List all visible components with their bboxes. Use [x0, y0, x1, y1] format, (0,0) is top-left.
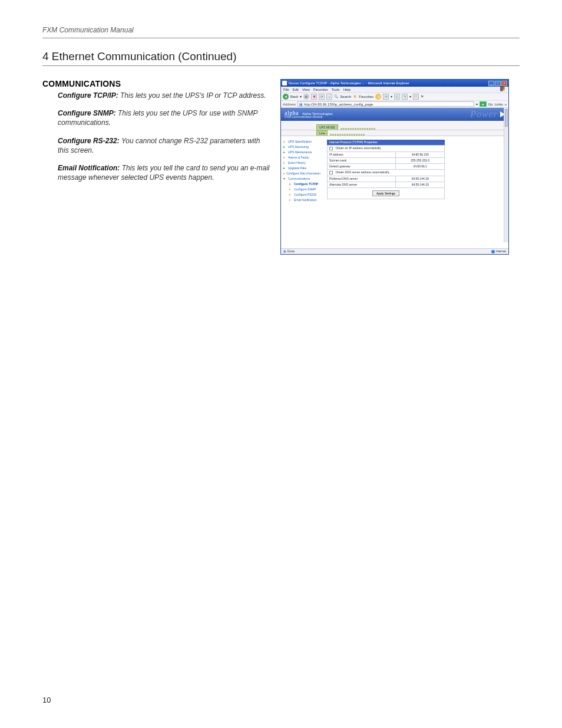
edit-icon[interactable]: ✎ — [402, 94, 408, 100]
auto-dns-checkbox[interactable] — [329, 171, 333, 174]
address-dropdown-icon[interactable]: ▾ — [476, 103, 478, 106]
comm-item-rs232: Configure RS-232: You cannot change RS-2… — [58, 136, 272, 155]
sidebar-sub-configure-tcpip[interactable]: ▸Configure TCP/IP — [289, 182, 320, 186]
tcpip-table: Obtain an IP address automatically IP ad… — [327, 145, 445, 188]
favorites-label: Favorites — [359, 95, 373, 98]
mail-dropdown-icon[interactable]: ▾ — [391, 95, 392, 98]
sidebar-item-label: Configure RS232 — [294, 193, 316, 196]
sidebar-sub-email-notification[interactable]: ▸Email Notification — [289, 198, 320, 202]
go-label: Go — [488, 103, 493, 106]
menu-view[interactable]: View — [302, 88, 310, 91]
vertical-scrollbar[interactable] — [504, 108, 508, 242]
status-bar: ▦ Done Internet — [281, 248, 508, 254]
status-dots — [340, 128, 375, 130]
sidebar-sub-configure-snmp[interactable]: ▸Configure SNMP — [289, 187, 320, 191]
comm-label: Configure RS-232: — [58, 137, 120, 145]
done-icon: ▦ — [283, 250, 286, 253]
mail-icon[interactable]: ✉ — [383, 94, 389, 100]
sidebar-item-label: Event History — [288, 162, 306, 164]
row-value[interactable]: 24.80.96.1 — [396, 164, 445, 170]
comm-label: Configure TCP/IP: — [58, 91, 118, 100]
sidebar-item-label: Configure SNMP — [294, 188, 316, 191]
ie-window: Novus Configure TCP/IP - Alpha Technolog… — [280, 79, 509, 255]
address-url: http://24.80.96.150/ip_address_config_pa… — [304, 103, 373, 106]
brand-subtitle: FXM Communication Module — [285, 116, 333, 118]
sidebar-sub-configure-rs232[interactable]: ▸Configure RS232 — [289, 193, 320, 196]
sidebar-item-label: Email Notification — [294, 199, 317, 202]
edit-dropdown-icon[interactable]: ▾ — [409, 95, 411, 98]
status-dots-2 — [330, 134, 365, 136]
go-button[interactable]: ➜ — [480, 101, 487, 107]
address-input[interactable]: ▦ http://24.80.96.150/ip_address_config_… — [297, 101, 474, 107]
print-icon[interactable]: ⎙ — [394, 94, 400, 100]
sidebar-item-ups-specification[interactable]: ▸UPS Specification — [283, 140, 320, 143]
sidebar-item-alarms-faults[interactable]: ▸Alarms & Faults — [283, 156, 320, 159]
auto-dns-label: Obtain DNS server address automatically — [335, 170, 389, 174]
ie-logo-icon — [282, 81, 287, 85]
tab-ups-mode[interactable]: UPS MODE — [316, 124, 338, 130]
menu-favorites[interactable]: Favorites — [313, 88, 328, 91]
windows-logo-icon — [500, 87, 506, 93]
sidebar-item-label: UPS Specification — [288, 140, 312, 143]
search-label: Search — [340, 95, 351, 98]
menu-file[interactable]: File — [283, 88, 289, 91]
scrollbar-thumb[interactable] — [505, 109, 508, 127]
links-label[interactable]: Links — [495, 103, 503, 106]
communications-heading: COMMUNICATIONS — [42, 79, 272, 88]
auto-ip-row[interactable]: Obtain an IP address automatically — [328, 146, 445, 152]
close-button[interactable]: × — [501, 81, 507, 86]
links-chevron-icon[interactable]: » — [505, 103, 507, 106]
sidebar-item-label: UPS Monitoring — [288, 146, 309, 149]
favorites-icon[interactable]: ★ — [353, 94, 357, 99]
sidebar-item-ups-maintenance[interactable]: ▸UPS Maintenance — [283, 150, 320, 154]
row-key: Default gateway — [328, 164, 396, 170]
back-button[interactable]: ◄ — [283, 94, 289, 100]
comm-item-tcpip: Configure TCP/IP: This lets you set the … — [58, 91, 272, 100]
sidebar-item-configure-site[interactable]: ▸Configure Site Information — [283, 172, 320, 175]
table-row: Subnet mask255.255.252.0 — [328, 158, 445, 164]
sidebar-item-label: Configure Site Information — [286, 172, 320, 175]
refresh-button[interactable]: ⟳ — [319, 94, 325, 100]
minimize-button[interactable]: _ — [488, 81, 494, 86]
search-icon[interactable]: 🔍 — [334, 95, 338, 98]
tab-line[interactable]: Line — [316, 130, 328, 136]
sidebar-item-label: Upgrade Files — [288, 167, 306, 170]
maximize-button[interactable]: □ — [495, 81, 501, 86]
address-bar: Address ▦ http://24.80.96.150/ip_address… — [281, 101, 508, 108]
internet-zone-icon — [491, 250, 495, 253]
home-button[interactable]: ⌂ — [326, 94, 332, 100]
menubar: File Edit View Favorites Tools Help — [281, 87, 508, 93]
sidebar-item-label: Alarms & Faults — [288, 156, 309, 159]
window-title: Novus Configure TCP/IP - Alpha Technolog… — [289, 81, 409, 85]
sidebar-item-ups-monitoring[interactable]: ▸UPS Monitoring — [283, 145, 320, 149]
discuss-icon[interactable]: 🗨 — [413, 94, 419, 100]
row-value[interactable]: 64.59.144.19 — [396, 182, 445, 188]
table-row: Preferred DNS server64.59.144.18 — [328, 176, 445, 182]
row-value[interactable]: 24.80.96.150 — [396, 152, 445, 158]
tab-strip-2: Line — [281, 130, 508, 136]
apply-settings-button[interactable]: Apply Settings — [372, 190, 399, 196]
forward-button[interactable]: ► — [303, 94, 309, 100]
status-left: Done — [287, 250, 295, 253]
toolbar: ◄ Back ▾ ► ✖ ⟳ ⌂ 🔍 Search ★ Favorites ◷ … — [281, 93, 508, 101]
auto-ip-checkbox[interactable] — [329, 147, 333, 150]
sidebar-item-communications[interactable]: ▾Communications — [283, 177, 320, 180]
auto-dns-row[interactable]: Obtain DNS server address automatically — [328, 170, 445, 176]
messenger-icon[interactable]: ⚑ — [421, 95, 424, 98]
row-value[interactable]: 255.255.252.0 — [396, 158, 445, 164]
table-row: Alternate DNS server64.59.144.19 — [328, 182, 445, 188]
table-row: IP address24.80.96.150 — [328, 152, 445, 158]
menu-edit[interactable]: Edit — [293, 88, 299, 91]
window-titlebar: Novus Configure TCP/IP - Alpha Technolog… — [281, 80, 508, 87]
stop-button[interactable]: ✖ — [311, 94, 317, 100]
back-dropdown-icon[interactable]: ▾ — [300, 95, 302, 98]
sidebar: ▸UPS Specification ▸UPS Monitoring ▸UPS … — [281, 136, 322, 248]
sidebar-item-event-history[interactable]: ▸Event History — [283, 161, 320, 164]
sidebar-item-upgrade-files[interactable]: ▸Upgrade Files — [283, 166, 320, 170]
row-key: Alternate DNS server — [328, 182, 396, 188]
menu-help[interactable]: Help — [343, 88, 351, 91]
comm-item-email: Email Notification: This lets you tell t… — [58, 163, 272, 182]
menu-tools[interactable]: Tools — [332, 88, 340, 91]
row-value[interactable]: 64.59.144.18 — [396, 176, 445, 182]
history-icon[interactable]: ◷ — [375, 94, 381, 100]
